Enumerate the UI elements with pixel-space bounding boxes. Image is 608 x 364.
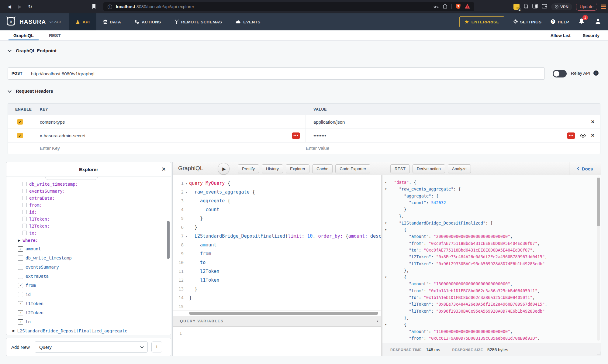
code-text[interactable]: }: [189, 223, 197, 232]
explorer-item-l2Token[interactable]: ✓l2Token: [6, 308, 171, 317]
fold-toggle-icon[interactable]: ▾: [184, 232, 189, 241]
field-checkbox[interactable]: [22, 210, 27, 214]
explorer-item-l1Token[interactable]: l1Token:: [6, 215, 171, 222]
password-manager-icon[interactable]: •••: [292, 132, 300, 139]
header-key-input[interactable]: x-hasura-admin-secret: [40, 133, 85, 138]
fold-toggle-icon[interactable]: ▾: [382, 186, 389, 192]
nav-tab-data[interactable]: DATA: [96, 13, 128, 30]
query-editor[interactable]: 1▾query MyQuery {2▾ raw_events_aggregate…: [173, 175, 381, 310]
field-checkbox[interactable]: ✓: [18, 246, 23, 252]
field-checkbox[interactable]: [18, 292, 23, 297]
nav-tab-events[interactable]: EVENTS: [229, 13, 267, 30]
field-checkbox[interactable]: [22, 189, 27, 193]
password-manager-icon[interactable]: •••: [567, 132, 575, 139]
reveal-secret-icon[interactable]: [580, 134, 586, 138]
explorer-item-id[interactable]: id: [6, 290, 171, 299]
code-text[interactable]: l1Token: [189, 276, 219, 285]
notes-extension-icon[interactable]: 1: [513, 4, 520, 10]
brave-shield-icon[interactable]: [456, 4, 461, 10]
code-text[interactable]: count: [189, 205, 219, 214]
remove-header-icon[interactable]: ✕: [591, 133, 595, 138]
graphql-endpoint-section[interactable]: GraphQL Endpoint: [8, 48, 57, 53]
header-enabled-checkbox[interactable]: ✓: [17, 119, 23, 125]
explorer-item-from[interactable]: ✓from: [6, 281, 171, 290]
explorer-item-L2StandardBridge_DepositFinalized_aggregate[interactable]: ▶L2StandardBridge_DepositFinalized_aggre…: [6, 326, 171, 335]
field-checkbox[interactable]: ✓: [18, 319, 23, 325]
header-key-input[interactable]: content-type: [40, 119, 65, 125]
update-button[interactable]: Update: [576, 3, 597, 11]
warning-icon[interactable]: [465, 4, 470, 10]
code-text[interactable]: }: [189, 214, 203, 223]
response-scrollbar-thumb[interactable]: [597, 178, 600, 226]
derive-action-button[interactable]: Derive action: [413, 164, 445, 173]
field-checkbox[interactable]: [22, 203, 27, 207]
code-text[interactable]: }: [189, 294, 192, 302]
tab-graphiql[interactable]: GraphiQL: [12, 30, 35, 40]
bookmark-icon[interactable]: [92, 4, 96, 10]
field-checkbox[interactable]: [18, 274, 23, 279]
query-variables-editor[interactable]: 1: [173, 327, 381, 356]
prettify-button[interactable]: Prettify: [238, 164, 259, 173]
code-text[interactable]: to: [189, 258, 206, 267]
header-enabled-checkbox[interactable]: ✓: [17, 133, 23, 138]
nav-tab-actions[interactable]: ACTIONS: [128, 13, 168, 30]
nav-tab-remote-schemas[interactable]: REMOTE SCHEMAS: [168, 13, 229, 30]
remove-header-icon[interactable]: ✕: [591, 119, 595, 125]
header-value-input[interactable]: application/json: [313, 119, 345, 125]
ghost-extension-icon[interactable]: [523, 4, 528, 10]
tab-rest[interactable]: REST: [48, 30, 62, 40]
code-text[interactable]: amount: [189, 241, 216, 249]
info-icon[interactable]: i: [593, 70, 599, 76]
code-text[interactable]: raw_events_aggregate {: [189, 188, 255, 197]
enterprise-button[interactable]: ★ENTERPRISE: [459, 16, 504, 27]
notifications-button[interactable]: 1: [578, 18, 586, 26]
endpoint-url-input[interactable]: http://localhost:8080/v1/graphql: [26, 67, 545, 80]
docs-button[interactable]: Docs: [569, 162, 601, 175]
explorer-item-l1Token[interactable]: ✓l1Token: [6, 299, 171, 308]
fold-toggle-icon[interactable]: ▾: [382, 179, 389, 186]
code-text[interactable]: L2StandardBridge_DepositFinalized(limit:…: [189, 232, 381, 241]
query-variables-bar[interactable]: QUERY VARIABLES ▾: [173, 316, 381, 327]
code-exporter-button[interactable]: Code Exporter: [335, 164, 370, 173]
header-value-input[interactable]: ••••••••: [313, 133, 326, 138]
fold-toggle-icon[interactable]: ▾: [382, 274, 389, 280]
settings-button[interactable]: SETTINGS: [513, 19, 542, 25]
fold-toggle-icon[interactable]: ▾: [184, 188, 189, 197]
share-icon[interactable]: [443, 4, 447, 10]
code-text[interactable]: }: [189, 285, 197, 294]
explorer-item-to[interactable]: to:: [6, 229, 171, 236]
explorer-item-extraData[interactable]: extraData: [6, 272, 171, 281]
field-checkbox[interactable]: [22, 196, 27, 200]
explorer-item-db_write_timestamp[interactable]: db_write_timestamp:: [6, 180, 171, 187]
cache-button[interactable]: Cache: [312, 164, 333, 173]
explorer-item-eventsSummary[interactable]: eventsSummary: [6, 263, 171, 272]
collapse-icon[interactable]: ▾: [377, 320, 378, 323]
editor-hscroll-thumb[interactable]: [189, 312, 378, 315]
code-text[interactable]: query MyQuery {: [189, 179, 230, 188]
explorer-item-id[interactable]: id:: [6, 208, 171, 215]
expand-arrow-icon[interactable]: ▶: [12, 329, 15, 333]
rest-button[interactable]: REST: [390, 164, 410, 173]
enter-value-input[interactable]: Enter Value: [306, 146, 329, 151]
field-checkbox[interactable]: ✓: [18, 301, 23, 306]
explorer-button[interactable]: Explorer: [286, 164, 309, 173]
code-text[interactable]: from: [189, 249, 211, 258]
key-icon[interactable]: [434, 4, 439, 9]
explorer-item-where[interactable]: ▶where:: [6, 236, 171, 244]
field-checkbox[interactable]: [18, 256, 23, 261]
field-checkbox[interactable]: [22, 182, 27, 186]
field-checkbox[interactable]: ✓: [18, 310, 23, 315]
explorer-item-from[interactable]: from:: [6, 201, 171, 208]
request-headers-section[interactable]: Request Headers: [8, 88, 53, 94]
menu-icon[interactable]: [601, 5, 606, 9]
execute-query-button[interactable]: ▶: [218, 163, 230, 175]
profile-button[interactable]: [595, 18, 601, 26]
wallet-icon[interactable]: [542, 4, 547, 10]
operation-type-select[interactable]: Query: [35, 341, 148, 353]
explorer-item-extraData[interactable]: extraData:: [6, 194, 171, 201]
fold-toggle-icon[interactable]: ▾: [382, 220, 389, 226]
history-button[interactable]: History: [262, 164, 283, 173]
field-checkbox[interactable]: [22, 224, 27, 228]
sidebar-toggle-icon[interactable]: [532, 4, 538, 10]
fold-toggle-icon[interactable]: ▾: [382, 226, 389, 233]
